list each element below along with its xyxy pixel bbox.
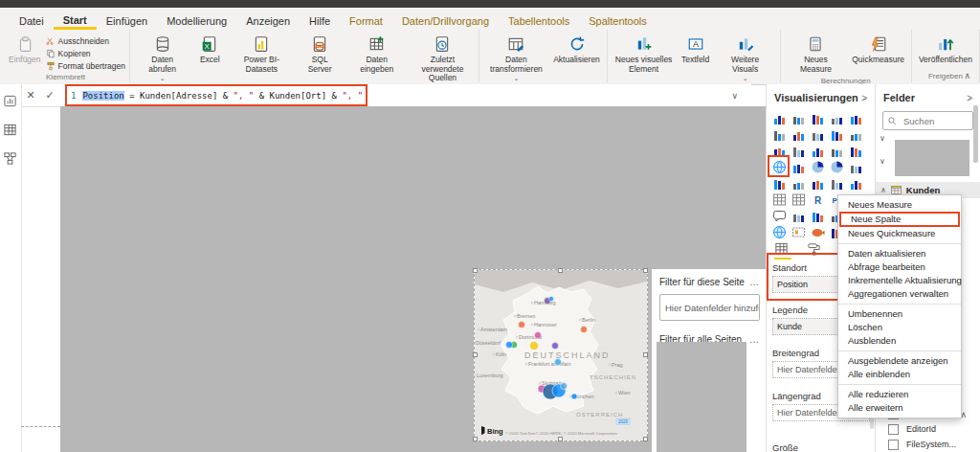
map-visual[interactable]: DEUTSCHLANDTSCHECHIENÖSTERREICHHamburgBr… (474, 269, 648, 441)
menu-item-aggregationen-verwalten[interactable]: Aggregationen verwalten (838, 287, 961, 301)
donut-chart-icon[interactable] (830, 160, 844, 174)
pie-chart-icon[interactable] (811, 160, 825, 174)
ribbon-tab-daten-drillvorgang[interactable]: Daten/Drillvorgang (392, 11, 499, 30)
decomposition-tree-icon[interactable] (811, 209, 825, 223)
gauge-icon[interactable] (772, 176, 787, 191)
fields-pane-scrollbar[interactable] (973, 105, 978, 163)
stacked-area-chart-icon[interactable] (830, 127, 844, 142)
resize-handle[interactable] (558, 437, 563, 441)
multi-row-card-icon[interactable] (811, 176, 825, 191)
menu-item-alle-reduzieren[interactable]: Alle reduzieren (838, 388, 961, 401)
ribbon-tab-hilfe[interactable]: Hilfe (300, 11, 340, 30)
formula-input[interactable]: 1 Position = Kunden[Adresse] & ", " & Ku… (65, 84, 368, 106)
copy-button[interactable]: Kopieren (46, 47, 125, 59)
100-stacked-column-chart-icon[interactable] (772, 127, 787, 142)
filter-page-more-icon[interactable]: … (749, 277, 760, 287)
r-script-icon[interactable]: R (811, 192, 825, 207)
paste-button[interactable]: Einfügen (6, 32, 44, 67)
line-stacked-column-chart-icon[interactable] (849, 127, 863, 142)
quick-measure-button[interactable]: Quickmeasure (849, 32, 907, 67)
menu-item-alle-erweitern[interactable]: Alle erweitern (838, 401, 961, 415)
menu-item-löschen[interactable]: Löschen (838, 321, 961, 334)
ribbon-tab-datei[interactable]: Datei (10, 11, 54, 30)
filter-all-more-icon[interactable]: … (749, 334, 760, 345)
menu-item-alle-einblenden[interactable]: Alle einblenden (838, 368, 961, 381)
data-view-icon[interactable] (3, 123, 18, 138)
ribbon-tab-format[interactable]: Format (340, 11, 392, 30)
table-icon[interactable] (772, 192, 787, 207)
filled-map-icon[interactable] (791, 160, 806, 174)
area-chart-icon[interactable] (811, 127, 825, 142)
ribbon-chart-icon[interactable] (791, 144, 806, 158)
model-view-icon[interactable] (3, 151, 18, 167)
filter-page-dropzone[interactable]: Hier Datenfelder hinzufü... (659, 294, 760, 321)
format-painter-button[interactable]: Format übertragen (46, 59, 125, 72)
menu-item-abfrage-bearbeiten[interactable]: Abfrage bearbeiten (838, 260, 961, 274)
collapse-ribbon-icon[interactable]: ∧ (964, 71, 970, 80)
resize-handle[interactable] (643, 268, 648, 273)
slicer-icon[interactable] (849, 176, 863, 191)
publish-button[interactable]: Veröffentlichen (916, 32, 975, 67)
resize-handle[interactable] (558, 268, 563, 273)
ribbon-tab-tabellentools[interactable]: Tabellentools (499, 11, 579, 30)
menu-item-neue-spalte[interactable]: Neue Spalte (839, 212, 960, 227)
treemap-icon[interactable] (849, 160, 863, 174)
ribbon-tab-start[interactable]: Start (54, 11, 97, 30)
matrix-icon[interactable] (791, 192, 806, 207)
kpi-icon[interactable] (830, 176, 844, 191)
fields-search-input[interactable] (902, 115, 972, 127)
fields-collapse-icon[interactable]: > (967, 93, 972, 103)
ribbon-tab-modellierung[interactable]: Modellierung (157, 11, 236, 30)
line-clustered-column-chart-icon[interactable] (772, 144, 787, 158)
line-chart-icon[interactable] (791, 127, 806, 142)
excel-button[interactable]: XExcel (192, 32, 227, 67)
menu-item-ausgeblendete-anzeigen[interactable]: Ausgeblendete anzeigen (838, 354, 961, 368)
report-view-icon[interactable] (3, 94, 18, 109)
calculator-button[interactable]: Neues Measure (785, 32, 848, 76)
text-box-button[interactable]: ATextfeld (679, 32, 713, 67)
menu-item-ausblenden[interactable]: Ausblenden (838, 334, 961, 348)
clustered-column-chart-icon[interactable] (830, 111, 844, 125)
new-visual-button[interactable]: Neues visuelles Element (612, 32, 677, 76)
map-icon[interactable] (772, 160, 787, 174)
chevron-down-icon[interactable]: ∨ (880, 134, 885, 143)
more-visuals-button[interactable]: Weitere Visuals⌄ (715, 32, 776, 85)
scatter-chart-icon[interactable] (849, 144, 863, 158)
snapshot-icon[interactable] (791, 225, 806, 239)
powerbi-dataset-button[interactable]: Power BI-Datasets (229, 32, 294, 76)
ribbon-tab-anzeigen[interactable]: Anzeigen (236, 11, 300, 30)
database-button[interactable]: Daten abrufen⌄ (134, 32, 190, 85)
resize-handle[interactable] (473, 352, 478, 357)
ribbon-tab-einf-gen[interactable]: Einfügen (97, 11, 157, 30)
menu-item-neues-quickmeasure[interactable]: Neues Quickmeasure (838, 227, 961, 240)
formula-cancel-icon[interactable]: ✕ (21, 89, 40, 102)
field-row-editorid[interactable]: EditorId (876, 421, 980, 437)
menu-item-inkrementelle-aktualisierung[interactable]: Inkrementelle Aktualisierung (838, 274, 961, 287)
transform-data-button[interactable]: Daten transformieren⌄ (483, 32, 548, 85)
resize-handle[interactable] (643, 352, 648, 357)
formula-expand-icon[interactable]: ∨ (731, 91, 738, 101)
resize-handle[interactable] (473, 268, 478, 273)
field-row-filesystem-[interactable]: FileSystem... (876, 437, 980, 452)
q-and-a-icon[interactable] (772, 209, 787, 223)
checkbox[interactable] (888, 440, 899, 450)
card-icon[interactable] (791, 176, 806, 191)
menu-item-neues-measure[interactable]: Neues Measure (838, 198, 961, 212)
resize-handle[interactable] (473, 437, 478, 441)
visualizations-collapse-icon[interactable]: > (861, 93, 867, 103)
sql-server-button[interactable]: SQL Server (296, 32, 344, 76)
waterfall-chart-icon[interactable] (811, 144, 825, 158)
100-stacked-bar-chart-icon[interactable] (849, 111, 863, 125)
stacked-bar-chart-icon[interactable] (772, 111, 787, 125)
resize-handle[interactable] (643, 437, 648, 441)
custom-visual-icon[interactable] (811, 225, 825, 239)
key-influencers-icon[interactable] (791, 209, 806, 223)
enter-data-button[interactable]: Daten eingeben (345, 32, 408, 76)
fields-search-box[interactable] (882, 111, 973, 130)
globe-map-icon[interactable] (772, 225, 787, 239)
refresh-button[interactable]: Aktualisieren (550, 32, 602, 67)
scissors-button[interactable]: Ausschneiden (46, 34, 125, 47)
chevron-down-icon[interactable]: ∨ (880, 157, 885, 166)
funnel-chart-icon[interactable] (830, 144, 844, 158)
clustered-bar-chart-icon[interactable] (811, 111, 825, 125)
